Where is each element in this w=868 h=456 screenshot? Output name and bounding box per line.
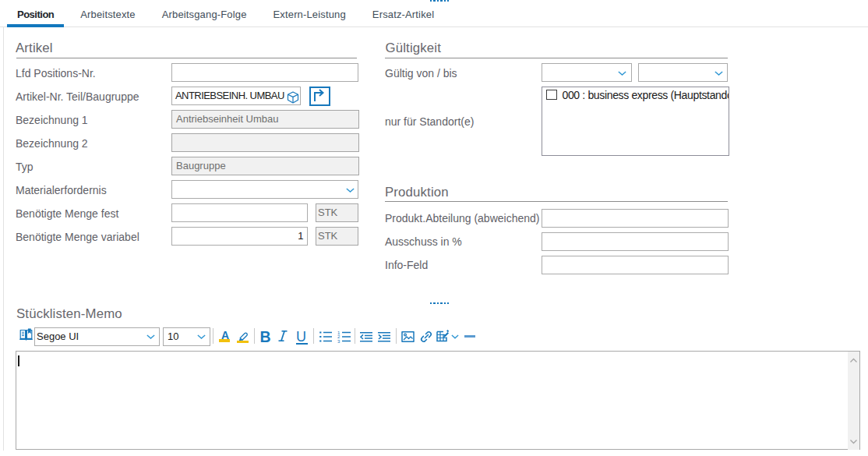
svg-text:3: 3 [337,339,340,344]
